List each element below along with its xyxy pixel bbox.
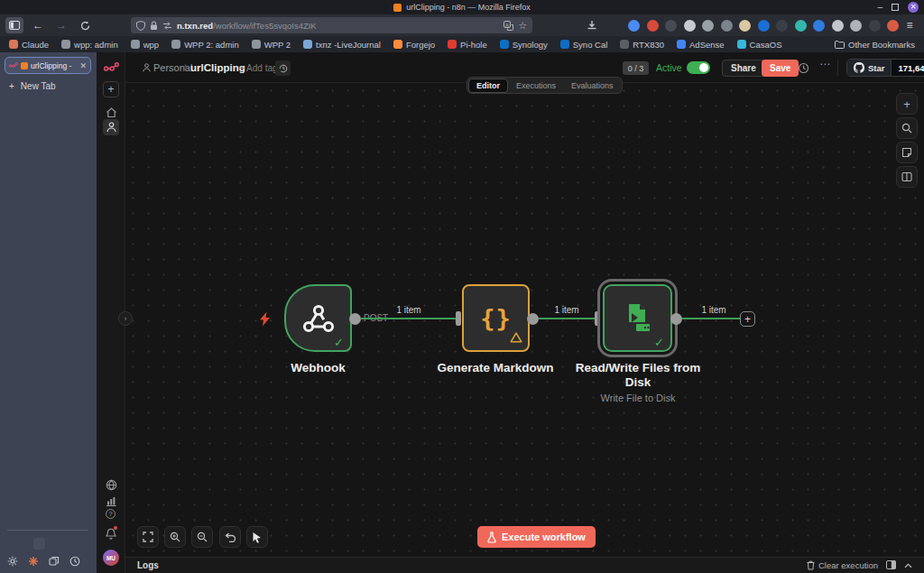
insights-chart-icon[interactable] bbox=[103, 493, 119, 509]
node-generate-markdown[interactable]: {} bbox=[462, 284, 530, 352]
bookmark-item[interactable]: Claude bbox=[9, 40, 49, 50]
minimize-button[interactable]: – bbox=[877, 3, 882, 12]
bookmark-item[interactable]: RTX830 bbox=[620, 40, 664, 50]
breadcrumb-project[interactable]: Personal bbox=[153, 52, 192, 83]
archive-extension-icon[interactable] bbox=[832, 20, 844, 32]
active-tab[interactable]: urlClipping - ✕ bbox=[5, 57, 91, 74]
workflow-history-icon[interactable] bbox=[275, 60, 291, 76]
open-logs-panel-icon[interactable] bbox=[886, 560, 896, 571]
share-button[interactable]: Share bbox=[722, 60, 765, 77]
active-toggle[interactable] bbox=[687, 61, 710, 74]
new-tab-button[interactable]: + New Tab bbox=[9, 81, 56, 91]
output-port[interactable] bbox=[349, 313, 361, 325]
bookmark-item[interactable]: txnz -LiveJournal bbox=[303, 40, 381, 50]
bookmark-item[interactable]: wpp: admin bbox=[61, 40, 118, 50]
search-icon[interactable] bbox=[896, 117, 918, 139]
n8n-logo-icon[interactable] bbox=[103, 60, 119, 76]
input-port[interactable] bbox=[456, 311, 461, 326]
personal-projects-icon[interactable] bbox=[103, 119, 119, 135]
templates-globe-icon[interactable] bbox=[103, 476, 119, 493]
chevron-up-icon[interactable] bbox=[904, 560, 912, 570]
more-options-button[interactable]: ⋯ bbox=[819, 58, 831, 70]
bookmark-item[interactable]: Forgejo bbox=[393, 40, 435, 50]
sidebar-toggle-icon[interactable] bbox=[5, 17, 23, 33]
logs-panel-bar[interactable]: Logs Clear execution bbox=[125, 557, 924, 573]
other-bookmarks[interactable]: Other Bookmarks bbox=[835, 40, 915, 50]
notes-extension-icon[interactable] bbox=[739, 20, 751, 32]
bookmark-star-icon[interactable]: ☆ bbox=[518, 20, 527, 32]
forward-button[interactable]: → bbox=[52, 17, 70, 33]
downloads-icon[interactable] bbox=[583, 17, 601, 33]
share-extension-icon[interactable] bbox=[684, 20, 696, 32]
firefox-account-icon[interactable] bbox=[887, 20, 899, 32]
bookmark-item[interactable]: AdSense bbox=[677, 40, 725, 50]
add-tag-button[interactable]: + Add tag bbox=[239, 52, 278, 83]
video-extension-icon[interactable] bbox=[869, 20, 881, 32]
close-button[interactable]: ✕ bbox=[908, 2, 919, 13]
user-avatar[interactable]: MU bbox=[103, 550, 119, 566]
mastodon-extension-icon[interactable] bbox=[665, 20, 677, 32]
notifications-bell-icon[interactable] bbox=[103, 525, 119, 541]
split-panel-icon[interactable] bbox=[896, 166, 918, 188]
bookmark-item[interactable]: WPP 2: admin bbox=[171, 40, 239, 50]
settings-gear-icon[interactable] bbox=[7, 556, 18, 567]
shield-icon[interactable] bbox=[136, 21, 145, 31]
claude-extension-icon[interactable] bbox=[28, 556, 39, 567]
workflow-name[interactable]: urlClipping bbox=[190, 52, 245, 83]
connection-edge[interactable] bbox=[682, 318, 740, 319]
translate-icon[interactable]: A bbox=[504, 21, 513, 31]
container-switch-icon[interactable] bbox=[162, 22, 172, 30]
add-connected-node-button[interactable]: + bbox=[740, 311, 755, 327]
execute-workflow-button[interactable]: Execute workflow bbox=[477, 526, 596, 548]
bookmark-item[interactable]: Pi-hole bbox=[448, 40, 487, 50]
back-button[interactable]: ← bbox=[29, 17, 47, 33]
url-bar[interactable]: n.txn.red/workflow/ifTes5svqoIs4ZIK A ☆ bbox=[131, 17, 532, 33]
zoom-out-button[interactable] bbox=[191, 526, 213, 548]
zoom-in-button[interactable] bbox=[164, 526, 186, 548]
menu-hamburger-icon[interactable]: ≡ bbox=[901, 17, 919, 33]
bookmark-item[interactable]: Synology bbox=[500, 40, 548, 50]
connection-edge[interactable] bbox=[539, 318, 595, 319]
shield-extension-icon[interactable] bbox=[721, 20, 733, 32]
tidy-cursor-button[interactable] bbox=[246, 526, 268, 548]
maximize-button[interactable] bbox=[892, 4, 899, 11]
bookmark-item[interactable]: Syno Cal bbox=[560, 40, 608, 50]
undo-button[interactable] bbox=[219, 526, 241, 548]
sticky-note-icon[interactable] bbox=[896, 142, 918, 163]
cloud-extension-icon[interactable] bbox=[813, 20, 825, 32]
tab-editor[interactable]: Editor bbox=[468, 79, 508, 93]
bookmark-item[interactable]: WPP 2 bbox=[252, 40, 291, 50]
node-read-write-files[interactable]: ✓ bbox=[603, 284, 672, 352]
tab-close-icon[interactable]: ✕ bbox=[79, 61, 87, 70]
output-port[interactable] bbox=[670, 313, 682, 325]
lock-icon[interactable] bbox=[150, 21, 158, 31]
save-button[interactable]: Save bbox=[762, 60, 799, 77]
tab-executions[interactable]: Executions bbox=[509, 79, 563, 92]
tab-evaluations[interactable]: Evaluations bbox=[564, 79, 621, 92]
output-port[interactable] bbox=[527, 313, 539, 325]
fit-view-button[interactable] bbox=[137, 526, 159, 548]
bookmark-item[interactable]: wpp bbox=[131, 40, 159, 50]
tab-manager-icon[interactable] bbox=[49, 556, 60, 567]
bookmark-item[interactable]: CasaOS bbox=[737, 40, 782, 50]
add-node-button[interactable]: + bbox=[896, 93, 918, 115]
box-extension-icon[interactable] bbox=[702, 20, 714, 32]
sidebar-collapse-handle[interactable]: › bbox=[118, 311, 133, 326]
help-icon[interactable]: ? bbox=[106, 509, 116, 519]
add-workflow-button[interactable]: + bbox=[103, 81, 119, 97]
chrome-extension-icon[interactable] bbox=[628, 20, 640, 32]
reload-button[interactable] bbox=[76, 17, 94, 33]
input-port[interactable] bbox=[595, 311, 600, 326]
qr-extension-icon[interactable] bbox=[776, 20, 788, 32]
clear-execution-button[interactable]: Clear execution bbox=[807, 560, 878, 570]
workflow-canvas[interactable]: Personal / urlClipping + Add tag 0 / 3 A… bbox=[125, 52, 924, 573]
history-clock-icon[interactable] bbox=[69, 556, 80, 567]
red-extension-icon[interactable] bbox=[647, 20, 659, 32]
history-clock-icon[interactable] bbox=[798, 61, 809, 78]
display-extension-icon[interactable] bbox=[850, 20, 862, 32]
folder-extension-icon[interactable] bbox=[795, 20, 807, 32]
joplin-extension-icon[interactable] bbox=[758, 20, 770, 32]
node-webhook[interactable]: ✓ bbox=[284, 284, 352, 352]
github-star-widget[interactable]: Star 171,647 bbox=[846, 59, 924, 77]
connection-edge[interactable] bbox=[361, 318, 456, 319]
